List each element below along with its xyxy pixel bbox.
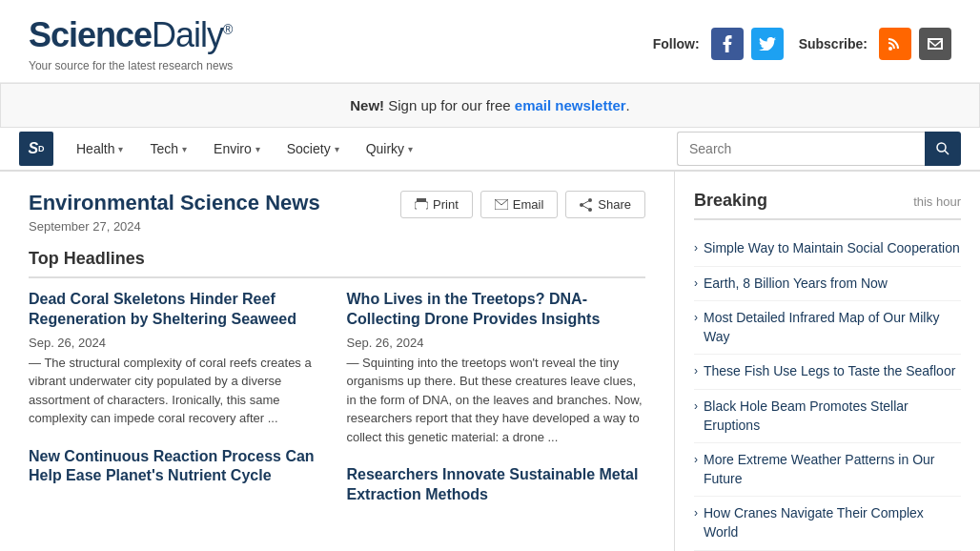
headline-col-left: Dead Coral Skeletons Hinder Reef Regener… [29, 290, 328, 524]
enviro-chevron-icon: ▾ [255, 144, 260, 154]
tagline: Your source for the latest research news [29, 59, 233, 72]
page-header: Environmental Science News September 27,… [29, 191, 645, 234]
new-label: New! [350, 97, 384, 113]
breaking-item-5: › More Extreme Weather Patterns in Our F… [694, 443, 961, 497]
search-input[interactable] [677, 132, 925, 166]
banner-text: Sign up for our free [384, 97, 515, 113]
svg-line-2 [945, 151, 949, 154]
breaking-item-0: › Simple Way to Maintain Social Cooperat… [694, 232, 961, 267]
email-button[interactable]: Email [480, 191, 559, 218]
email-icon [495, 199, 508, 210]
breaking-item-4: › Black Hole Beam Promotes Stellar Erupt… [694, 390, 961, 443]
share-button[interactable]: Share [565, 191, 645, 218]
breaking-link-5[interactable]: More Extreme Weather Patterns in Our Fut… [704, 451, 961, 488]
search-icon [936, 142, 949, 155]
article-2-date: Sep. 26, 2024 [347, 336, 646, 350]
article-3-title[interactable]: New Continuous Reaction Process Can Help… [29, 448, 315, 484]
nav-quirky-label: Quirky [366, 141, 404, 156]
page-date: September 27, 2024 [29, 219, 320, 234]
svg-line-12 [582, 205, 590, 210]
breaking-item-6: › How Cranes Navigate Their Complex Worl… [694, 497, 961, 550]
article-3: New Continuous Reaction Process Can Help… [29, 447, 328, 487]
article-4-title[interactable]: Researchers Innovate Sustainable Metal E… [347, 466, 639, 502]
nav-item-society[interactable]: Society ▾ [274, 128, 353, 170]
breaking-link-0[interactable]: Simple Way to Maintain Social Cooperatio… [704, 239, 960, 258]
breaking-link-6[interactable]: How Cranes Navigate Their Complex World [704, 504, 961, 541]
svg-rect-3 [417, 198, 426, 202]
search-area [677, 132, 961, 166]
newsletter-banner: New! Sign up for our free email newslett… [0, 83, 980, 128]
article-1: Dead Coral Skeletons Hinder Reef Regener… [29, 290, 328, 428]
article-1-summary: — The structural complexity of coral ree… [29, 354, 328, 428]
print-label: Print [433, 197, 459, 212]
breaking-chevron-icon-3: › [694, 364, 698, 378]
sidebar: Breaking this hour › Simple Way to Maint… [675, 172, 980, 551]
newsletter-link[interactable]: email newsletter [515, 97, 626, 113]
headlines-grid: Dead Coral Skeletons Hinder Reef Regener… [29, 290, 645, 524]
share-label: Share [598, 197, 631, 212]
svg-point-0 [888, 47, 892, 51]
article-2: Who Lives in the Treetops? DNA-Collectin… [347, 290, 646, 446]
breaking-chevron-icon-5: › [694, 453, 698, 466]
banner-end: . [626, 97, 630, 113]
breaking-item-3: › These Fish Use Legs to Taste the Seafl… [694, 355, 961, 390]
nav-society-label: Society [287, 141, 331, 156]
breaking-link-3[interactable]: These Fish Use Legs to Taste the Seafloo… [704, 362, 955, 381]
subscribe-label: Subscribe: [799, 36, 868, 51]
article-2-date-text: Sep. 26, 2024 [347, 336, 424, 350]
breaking-chevron-icon-4: › [694, 399, 698, 413]
breaking-link-4[interactable]: Black Hole Beam Promotes Stellar Eruptio… [704, 398, 961, 435]
nav-item-enviro[interactable]: Enviro ▾ [200, 128, 274, 170]
facebook-button[interactable] [711, 28, 744, 60]
breaking-link-1[interactable]: Earth, 8 Billion Years from Now [704, 275, 888, 294]
nav-enviro-label: Enviro [214, 141, 252, 156]
twitter-button[interactable] [751, 28, 784, 60]
breaking-link-2[interactable]: Most Detailed Infrared Map of Our Milky … [704, 309, 961, 346]
health-chevron-icon: ▾ [118, 144, 123, 154]
svg-point-1 [937, 143, 946, 152]
nav-tech-label: Tech [150, 141, 178, 156]
nav-item-tech[interactable]: Tech ▾ [136, 128, 200, 170]
main-nav: SD Health ▾ Tech ▾ Enviro ▾ Society ▾ Qu… [0, 128, 980, 172]
search-button[interactable] [925, 132, 961, 166]
email-subscribe-button[interactable] [919, 28, 951, 60]
breaking-chevron-icon-6: › [694, 506, 698, 520]
follow-label: Follow: [653, 36, 700, 51]
society-chevron-icon: ▾ [335, 144, 339, 154]
breaking-time: this hour [913, 194, 961, 209]
breaking-chevron-icon-1: › [694, 276, 698, 290]
logo-area: ScienceDaily® Your source for the latest… [29, 15, 233, 72]
quirky-chevron-icon: ▾ [408, 144, 413, 154]
nav-logo-icon: SD [19, 132, 53, 166]
site-header: ScienceDaily® Your source for the latest… [0, 0, 980, 83]
page-title: Environmental Science News [29, 191, 320, 215]
svg-rect-5 [417, 202, 426, 204]
print-button[interactable]: Print [400, 191, 473, 218]
breaking-title: Breaking [694, 191, 767, 211]
tech-chevron-icon: ▾ [182, 144, 187, 154]
article-2-title[interactable]: Who Lives in the Treetops? DNA-Collectin… [347, 291, 601, 327]
page-actions: Print Email Share [400, 191, 645, 218]
article-2-summary: — Squinting into the treetops won't reve… [347, 354, 646, 447]
article-4: Researchers Innovate Sustainable Metal E… [347, 465, 646, 505]
article-1-date: Sep. 26, 2024 [29, 336, 328, 350]
breaking-item-1: › Earth, 8 Billion Years from Now [694, 267, 961, 302]
top-headlines-heading: Top Headlines [29, 249, 645, 278]
nav-item-quirky[interactable]: Quirky ▾ [353, 128, 426, 170]
rss-button[interactable] [879, 28, 911, 60]
breaking-header: Breaking this hour [694, 191, 961, 220]
site-logo[interactable]: ScienceDaily® [29, 15, 233, 55]
breaking-chevron-icon-0: › [694, 241, 698, 255]
print-icon [415, 198, 428, 212]
svg-line-11 [582, 200, 590, 205]
article-1-date-text: Sep. 26, 2024 [29, 336, 106, 350]
nav-health-label: Health [76, 141, 114, 156]
article-1-title[interactable]: Dead Coral Skeletons Hinder Reef Regener… [29, 291, 296, 327]
main-content: Environmental Science News September 27,… [0, 172, 980, 551]
breaking-chevron-icon-2: › [694, 311, 698, 324]
breaking-section: Breaking this hour › Simple Way to Maint… [694, 191, 961, 551]
content-area: Environmental Science News September 27,… [0, 172, 675, 551]
breaking-item-2: › Most Detailed Infrared Map of Our Milk… [694, 301, 961, 355]
nav-item-health[interactable]: Health ▾ [63, 128, 136, 170]
headline-col-right: Who Lives in the Treetops? DNA-Collectin… [347, 290, 646, 524]
